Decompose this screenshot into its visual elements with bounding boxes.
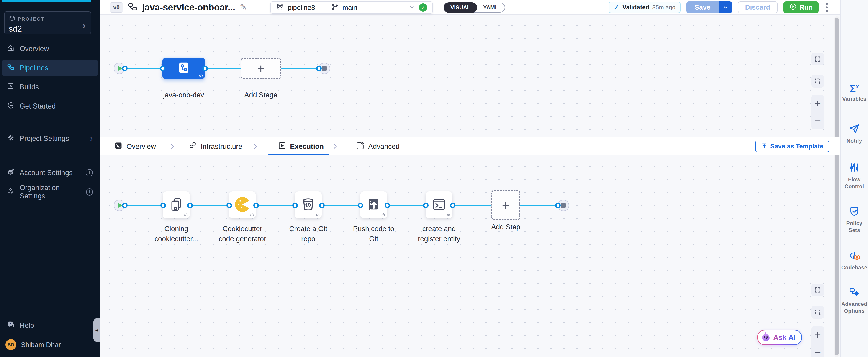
zoom-out-button[interactable]: − [814,347,821,357]
step-label: Create a Gitrepo [279,224,338,244]
variables-icon: Σx [850,82,859,93]
main-content: v0 java-service-onboar... ✎ pipeline8 ma… [100,0,840,357]
cube-icon [9,15,16,23]
repo-name[interactable]: pipeline8 [288,4,315,11]
rail-item-variables[interactable]: Σx Variables [842,82,866,102]
branch-selector[interactable]: main [331,3,415,12]
play-square-icon [278,141,286,152]
branch-valid-check-icon: ✓ [419,3,427,11]
step-cookiecutter-code-generator[interactable]: ‹/› [229,191,256,218]
validated-badge[interactable]: ✓ Validated 35m ago [609,2,681,13]
user-profile[interactable]: SD Shibam Dhar [2,336,98,353]
pipelines-icon [7,63,14,73]
fullscreen-button[interactable] [811,284,824,296]
step-create-git-repo[interactable]: ‹/› [295,191,322,218]
pipeline-icon [128,2,137,13]
edit-pencil-icon[interactable]: ✎ [240,2,247,12]
terminal-icon [432,197,446,213]
user-name: Shibam Dhar [21,341,61,349]
check-icon: ✓ [614,3,619,11]
tab-execution[interactable]: Execution [278,138,324,155]
save-dropdown-button[interactable] [719,1,732,13]
sidebar-divider [0,309,100,309]
builds-icon [7,82,14,92]
info-icon[interactable]: i [86,188,93,196]
rail-item-codebase[interactable]: Codebase [841,250,867,271]
sidebar-item-label: Help [20,322,34,330]
rail-item-advanced-options[interactable]: AdvancedOptions [841,287,867,315]
connector-dot [253,203,259,208]
tab-overview[interactable]: Overview [114,138,156,155]
zoom-in-button[interactable]: + [814,329,821,340]
stage-node-java-onb-dev[interactable]: ‹/› [162,58,205,79]
step-label: Cookiecuttercode generator [209,224,275,244]
execution-canvas[interactable]: ‹/› ‹/› ‹/› ‹/› ‹/› + Cloningco [100,155,840,357]
connector [205,68,241,69]
sidebar-item-pipelines[interactable]: Pipelines [2,60,98,76]
repo-bucket-icon [276,3,284,12]
connector [322,205,360,206]
sidebar-divider [0,126,100,126]
zoom-out-button[interactable]: − [814,115,821,126]
flow-control-icon [849,162,860,174]
step-push-code-to-git[interactable]: ‹/› [360,191,387,218]
avatar: SD [5,339,17,350]
save-button[interactable]: Save [686,1,719,13]
sidebar-item-builds[interactable]: Builds [2,79,98,95]
project-selector[interactable]: PROJECT sd2 › [4,11,91,34]
push-code-icon [366,197,381,213]
connector [387,205,426,206]
sidebar-item-get-started[interactable]: Get Started [2,98,98,114]
visual-yaml-toggle: VISUAL YAML [443,2,505,12]
stage-name-label: java-onb-dev [154,90,214,100]
cookiecutter-icon [234,196,251,214]
git-branch-icon [331,3,339,12]
vertical-scrollbar[interactable] [834,17,839,357]
version-badge: v0 [110,2,123,12]
hexagons-icon [188,141,197,152]
discard-button[interactable]: Discard [738,1,778,13]
toggle-visual[interactable]: VISUAL [443,2,477,13]
connector [453,205,491,206]
connector-dot [423,203,429,208]
step-cloning-cookiecutter[interactable]: ‹/› [163,191,190,218]
step-create-and-register-entity[interactable]: ‹/› [426,191,453,218]
add-stage-label: Add Stage [231,90,291,100]
sidebar-accent-bar [2,0,91,2]
add-step-button[interactable]: + [491,190,520,220]
add-stage-button[interactable]: + [241,58,281,79]
tab-advanced[interactable]: Advanced [356,138,400,155]
stage-canvas[interactable]: ‹/› java-onb-dev + Add Stage + − [100,14,840,138]
sidebar-item-label: Account Settings [20,169,73,177]
sidebar-item-help[interactable]: ? Help [2,317,98,334]
marquee-select-button[interactable] [811,75,824,88]
sidebar-collapse-handle[interactable]: ◀ [93,318,100,342]
kebab-menu[interactable] [825,1,829,13]
sidebar-item-account-settings[interactable]: Account Settings i [2,165,98,181]
rail-item-flow-control[interactable]: FlowControl [844,162,864,190]
add-step-label: Add Step [476,222,535,232]
sidebar-item-organization-settings[interactable]: Organization Settings i [2,184,98,200]
code-badge-icon: ‹/› [381,212,385,217]
branch-name: main [342,4,357,11]
rail-item-notify[interactable]: Notify [846,123,862,144]
code-badge-icon: ‹/› [250,212,254,217]
run-button[interactable]: Run [783,1,818,13]
zoom-in-button[interactable]: + [814,98,821,109]
save-as-template-button[interactable]: Save as Template [755,141,829,152]
ask-ai-button[interactable]: Ask AI [757,330,802,345]
tab-label: Overview [126,143,156,151]
tab-label: Infrastructure [201,143,242,151]
scrollbar-thumb[interactable] [835,18,839,355]
connector-dot [384,203,390,208]
rail-item-policy-sets[interactable]: PolicySets [846,206,863,234]
tab-infrastructure[interactable]: Infrastructure [188,138,242,155]
marquee-select-button[interactable] [811,306,824,319]
ai-robot-icon [761,332,771,343]
project-label: PROJECT [18,16,44,22]
fullscreen-button[interactable] [811,53,824,65]
info-icon[interactable]: i [86,169,93,176]
sidebar-item-overview[interactable]: Overview [2,40,98,57]
toggle-yaml[interactable]: YAML [477,2,505,13]
sidebar-item-project-settings[interactable]: Project Settings › [2,130,98,147]
